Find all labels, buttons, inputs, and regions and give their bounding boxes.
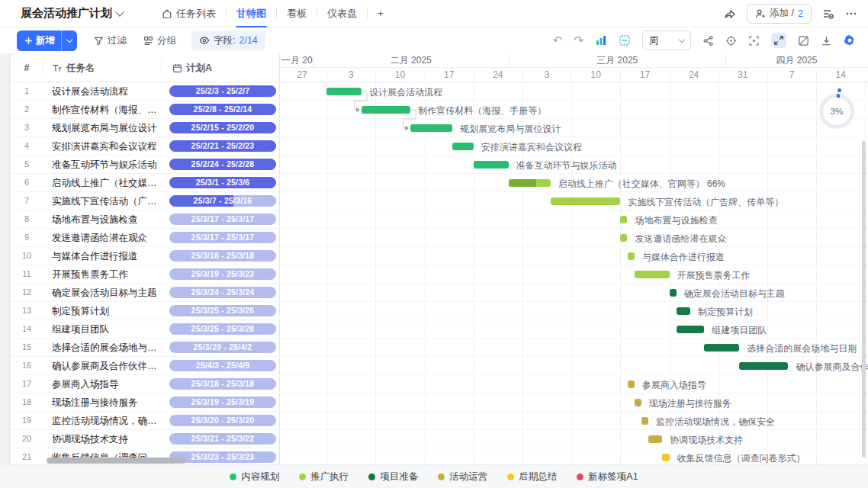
plan-date-pill[interactable]: 25/3/29 - 25/4/2: [169, 342, 276, 353]
plan-date-pill[interactable]: 25/3/24 - 25/3/24: [169, 287, 276, 298]
column-header-index[interactable]: #: [11, 53, 43, 82]
task-row[interactable]: 20协调现场技术支持25/3/21 - 25/3/22: [11, 430, 280, 448]
column-header-name[interactable]: 任务名: [52, 53, 95, 82]
gantt-bar[interactable]: [670, 289, 677, 297]
locate-today-icon[interactable]: [725, 35, 737, 47]
focus-icon[interactable]: [748, 35, 760, 47]
hide-table-icon[interactable]: [798, 35, 809, 47]
row-index: 11: [11, 269, 43, 278]
tab-甘特图[interactable]: 甘特图: [227, 0, 276, 27]
gantt-bar[interactable]: [474, 161, 509, 169]
plan-date-pill[interactable]: 25/3/20 - 25/3/20: [169, 415, 276, 426]
group-label: 分组: [157, 34, 176, 47]
plan-date-pill[interactable]: 25/3/25 - 25/3/28: [169, 323, 276, 335]
horizontal-scrollbar[interactable]: [47, 458, 185, 464]
group-button[interactable]: 分组: [143, 34, 176, 47]
gantt-bar[interactable]: [635, 399, 641, 406]
task-row[interactable]: 9发送邀请函给潜在观众25/3/17 - 25/3/17: [11, 229, 280, 247]
plan-date-pill[interactable]: 25/4/3 - 25/4/9: [169, 360, 276, 371]
task-row[interactable]: 4安排演讲嘉宾和会议议程25/2/21 - 25/2/23: [11, 137, 280, 156]
fields-button[interactable]: 字段: 2/14: [191, 30, 265, 50]
gantt-bar[interactable]: [641, 417, 648, 425]
task-row[interactable]: 18现场注册与接待服务25/3/19 - 25/3/19: [11, 393, 280, 412]
column-header-plan[interactable]: 计划A: [172, 53, 212, 82]
plan-date-pill[interactable]: 25/3/19 - 25/3/19: [169, 396, 276, 408]
undo-icon[interactable]: ↶: [553, 34, 563, 47]
plan-date-pill[interactable]: 25/3/19 - 25/3/23: [169, 268, 276, 280]
task-row[interactable]: 17参展商入场指导25/3/18 - 25/3/18: [11, 375, 280, 393]
plan-date-pill[interactable]: 25/2/15 - 25/2/20: [169, 122, 276, 133]
plan-date-pill[interactable]: 25/3/17 - 25/3/17: [169, 232, 276, 243]
task-row[interactable]: 12确定展会活动目标与主题25/3/24 - 25/3/24: [11, 284, 280, 302]
task-row[interactable]: 13制定预算计划25/3/25 - 25/3/26: [11, 302, 280, 320]
gantt-bar[interactable]: [704, 344, 739, 352]
plan-date-pill[interactable]: 25/3/18 - 25/3/18: [169, 250, 276, 262]
gantt-bar[interactable]: [452, 143, 474, 150]
more-icon[interactable]: [845, 8, 857, 20]
task-row[interactable]: 10与媒体合作进行报道25/3/18 - 25/3/18: [11, 247, 280, 265]
plan-date-pill[interactable]: 25/3/25 - 25/3/26: [169, 305, 276, 316]
plan-date-pill[interactable]: 25/3/23 - 25/3/23: [169, 451, 276, 463]
download-icon[interactable]: [821, 35, 832, 47]
filter-button[interactable]: 过滤: [94, 34, 127, 47]
gantt-bar[interactable]: [635, 271, 670, 278]
redo-icon[interactable]: ↷: [574, 34, 583, 47]
gantt-bar[interactable]: [628, 252, 635, 260]
plan-date-pill[interactable]: 25/3/1 - 25/3/6: [169, 177, 276, 188]
fullscreen-icon[interactable]: [771, 33, 786, 48]
gantt-bar[interactable]: [677, 307, 690, 315]
task-row[interactable]: 11开展预售票务工作25/3/19 - 25/3/23: [11, 265, 280, 284]
gantt-bar[interactable]: [648, 435, 662, 443]
plan-date-pill[interactable]: 25/2/8 - 25/2/14: [169, 104, 276, 115]
gantt-bar[interactable]: [620, 234, 627, 242]
task-row[interactable]: 15选择合适的展会场地与日期25/3/29 - 25/4/2: [11, 339, 280, 357]
task-row[interactable]: 14组建项目团队25/3/25 - 25/3/28: [11, 320, 280, 339]
milestone-chart-icon[interactable]: [595, 34, 607, 47]
gantt-bar[interactable]: [620, 216, 627, 223]
tab-看板[interactable]: 看板: [277, 0, 317, 27]
gantt-bar[interactable]: [739, 362, 788, 370]
gantt-bar-label: 实施线下宣传活动（广告牌、传单等）: [628, 196, 783, 209]
baseline-icon[interactable]: [619, 34, 631, 47]
time-scale-select[interactable]: 周: [642, 30, 691, 50]
task-row[interactable]: 1设计展会活动流程25/2/3 - 25/2/7: [11, 82, 280, 101]
add-member-button[interactable]: 添加 / 2: [747, 4, 812, 24]
vertical-scrollbar[interactable]: [862, 141, 866, 458]
progress-ring-dot: [837, 88, 841, 92]
task-row[interactable]: 5准备互动环节与娱乐活动25/2/24 - 25/2/28: [11, 156, 280, 174]
gantt-bar[interactable]: [326, 88, 362, 95]
task-row[interactable]: 6启动线上推广（社交媒体、官网等）25/3/1 - 25/3/6: [11, 174, 280, 192]
share-view-icon[interactable]: [702, 35, 714, 47]
task-row[interactable]: 8场地布置与设施检查25/3/17 - 25/3/17: [11, 210, 280, 229]
automation-list-icon[interactable]: [822, 8, 834, 20]
task-row[interactable]: 19监控活动现场情况，确保安全25/3/20 - 25/3/20: [11, 412, 280, 430]
task-row[interactable]: 16确认参展商及合作伙伴名单25/4/3 - 25/4/9: [11, 357, 280, 375]
plan-date-pill[interactable]: 25/3/7 - 25/3/16: [169, 195, 276, 207]
task-row[interactable]: 3规划展览布局与展位设计25/2/15 - 25/2/20: [11, 119, 280, 137]
gantt-bar[interactable]: [551, 197, 621, 205]
page-title-dropdown[interactable]: 展会活动推广计划: [21, 6, 123, 21]
settings-gear-icon[interactable]: [844, 34, 856, 47]
gantt-bar[interactable]: [628, 380, 635, 388]
share-icon[interactable]: [724, 8, 736, 20]
gantt-bar[interactable]: [410, 124, 452, 132]
plan-date-pill[interactable]: 25/3/17 - 25/3/17: [169, 214, 276, 225]
gantt-bar[interactable]: [362, 106, 410, 114]
plan-date-pill[interactable]: 25/2/3 - 25/2/7: [169, 85, 276, 97]
new-task-button[interactable]: 新增: [17, 30, 77, 51]
gantt-bar[interactable]: [662, 454, 669, 461]
task-row[interactable]: 2制作宣传材料（海报、手册等）25/2/8 - 25/2/14: [11, 101, 280, 119]
month-label: 一月 2025: [280, 53, 313, 68]
task-row[interactable]: 7实施线下宣传活动（广告牌、传单等）25/3/7 - 25/3/16: [11, 192, 280, 210]
plan-date-pill[interactable]: 25/2/24 - 25/2/28: [169, 159, 276, 170]
gantt-row: 组建项目团队: [280, 320, 868, 339]
new-task-dropdown[interactable]: [61, 30, 77, 51]
gantt-bar[interactable]: [509, 179, 551, 187]
tab-任务列表[interactable]: 任务列表: [152, 0, 226, 27]
plan-date-pill[interactable]: 25/3/18 - 25/3/18: [169, 378, 276, 390]
gantt-bar[interactable]: [677, 326, 705, 333]
tab-仪表盘[interactable]: 仪表盘: [317, 0, 367, 27]
tab-add-view[interactable]: +: [368, 0, 394, 27]
plan-date-pill[interactable]: 25/3/21 - 25/3/22: [169, 433, 276, 445]
plan-date-pill[interactable]: 25/2/21 - 25/2/23: [169, 140, 276, 152]
